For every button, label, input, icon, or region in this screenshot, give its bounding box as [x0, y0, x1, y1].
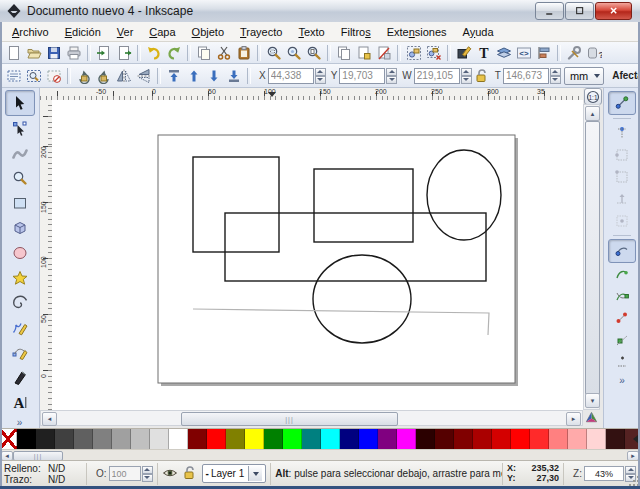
- close-button[interactable]: [595, 2, 632, 20]
- copy-button[interactable]: [194, 43, 214, 63]
- deselect-button[interactable]: [44, 66, 64, 86]
- palette-swatch[interactable]: [435, 429, 454, 449]
- palette-swatch[interactable]: [131, 429, 150, 449]
- palette-none-swatch[interactable]: [0, 429, 17, 449]
- cut-button[interactable]: [214, 43, 234, 63]
- duplicate-button[interactable]: [334, 43, 354, 63]
- snap-bbox-button[interactable]: [609, 122, 635, 144]
- node-editor-tool-button[interactable]: [6, 117, 34, 141]
- palette-swatch[interactable]: [226, 429, 245, 449]
- menu-ver[interactable]: Ver: [109, 24, 142, 40]
- x-field-spinner[interactable]: [315, 68, 326, 84]
- flip-horizontal-button[interactable]: [114, 66, 134, 86]
- snapbar-expander[interactable]: »: [619, 375, 625, 386]
- height-field-input[interactable]: [503, 68, 549, 84]
- menu-edicin[interactable]: Edición: [57, 24, 109, 40]
- minimize-button[interactable]: [535, 2, 564, 20]
- zoom-selection-button[interactable]: [264, 43, 284, 63]
- snap-path-button[interactable]: [609, 263, 635, 285]
- calligraphy-tool-tool-button[interactable]: [6, 365, 34, 389]
- palette-swatch[interactable]: [549, 429, 568, 449]
- xml-editor-button[interactable]: <>: [514, 43, 534, 63]
- pencil-tool-tool-button[interactable]: [6, 316, 34, 340]
- select-all-layers-button[interactable]: [24, 66, 44, 86]
- toolbox-expander[interactable]: »: [17, 417, 23, 428]
- x-field-input[interactable]: [268, 68, 314, 84]
- spiral-tool-tool-button[interactable]: [6, 291, 34, 315]
- menu-objeto[interactable]: Objeto: [184, 24, 232, 40]
- palette-swatch[interactable]: [74, 429, 93, 449]
- snap-smooth-nodes-button[interactable]: [609, 329, 635, 351]
- raise-button[interactable]: [184, 66, 204, 86]
- palette-swatch[interactable]: [93, 429, 112, 449]
- palette-swatch[interactable]: [188, 429, 207, 449]
- width-field-input[interactable]: [414, 68, 460, 84]
- palette-swatch[interactable]: [511, 429, 530, 449]
- menu-extensiones[interactable]: Extensiones: [379, 24, 455, 40]
- scroll-left-button[interactable]: ◂: [42, 412, 57, 426]
- palette-swatch[interactable]: [207, 429, 226, 449]
- palette-swatch[interactable]: [36, 429, 55, 449]
- palette-swatch[interactable]: [530, 429, 549, 449]
- palette-swatch[interactable]: [55, 429, 74, 449]
- align-dialog-button[interactable]: [534, 43, 554, 63]
- vertical-scrollbar[interactable]: ▴ ▾: [583, 104, 600, 410]
- menu-ayuda[interactable]: Ayuda: [455, 24, 502, 40]
- canvas[interactable]: [52, 100, 583, 410]
- horizontal-scrollbar-thumb[interactable]: |||: [181, 412, 398, 426]
- fill-stroke-indicator[interactable]: Relleno: N/D Trazo: N/D: [0, 463, 87, 485]
- menu-capa[interactable]: Capa: [141, 24, 183, 40]
- palette-swatch[interactable]: [454, 429, 473, 449]
- palette-swatch[interactable]: [568, 429, 587, 449]
- height-field-spinner[interactable]: [550, 68, 561, 84]
- rotate-cw-button[interactable]: [94, 66, 114, 86]
- raise-top-button[interactable]: [164, 66, 184, 86]
- palette-swatch[interactable]: [378, 429, 397, 449]
- print-button[interactable]: [64, 43, 84, 63]
- box3d-tool-tool-button[interactable]: [6, 216, 34, 240]
- select-all-button[interactable]: [4, 66, 24, 86]
- flip-vertical-button[interactable]: [134, 66, 154, 86]
- palette-swatch[interactable]: [112, 429, 131, 449]
- snap-bbox-centers-button[interactable]: [609, 210, 635, 232]
- layer-lock-icon[interactable]: [181, 465, 197, 483]
- palette-swatch[interactable]: [340, 429, 359, 449]
- preferences-button[interactable]: [564, 43, 584, 63]
- menu-archivo[interactable]: Archivo: [4, 24, 57, 40]
- zoom-page-button[interactable]: [304, 43, 324, 63]
- export-button[interactable]: [114, 43, 134, 63]
- new-button[interactable]: [4, 43, 24, 63]
- color-managed-view-icon[interactable]: [584, 411, 599, 425]
- maximize-button[interactable]: [565, 2, 594, 20]
- snap-path-intersections-button[interactable]: [609, 285, 635, 307]
- lock-ratio-icon[interactable]: [472, 66, 490, 86]
- unit-selector[interactable]: mm: [564, 67, 604, 85]
- rectangle-tool-tool-button[interactable]: [6, 191, 34, 215]
- palette-swatch[interactable]: [245, 429, 264, 449]
- y-field-spinner[interactable]: [386, 68, 397, 84]
- snap-bbox-edges-button[interactable]: [609, 144, 635, 166]
- tweak-tool-button[interactable]: [6, 142, 34, 166]
- lower-button[interactable]: [204, 66, 224, 86]
- clone-button[interactable]: [354, 43, 374, 63]
- zoom-drawing-button[interactable]: [284, 43, 304, 63]
- palette-swatch[interactable]: [416, 429, 435, 449]
- snap-bbox-corners-button[interactable]: [609, 166, 635, 188]
- input-devices-button[interactable]: ?: [584, 43, 604, 63]
- palette-swatch[interactable]: [359, 429, 378, 449]
- lower-bottom-button[interactable]: [224, 66, 244, 86]
- palette-swatch[interactable]: [302, 429, 321, 449]
- palette-swatch[interactable]: [321, 429, 340, 449]
- palette-swatch[interactable]: [492, 429, 511, 449]
- layer-visibility-eye-icon[interactable]: [162, 465, 178, 483]
- pen-tool-tool-button[interactable]: [6, 340, 34, 364]
- scroll-down-button[interactable]: ▾: [585, 393, 600, 408]
- palette-swatch[interactable]: [283, 429, 302, 449]
- palette-swatch[interactable]: [150, 429, 169, 449]
- scroll-right-button[interactable]: ▸: [566, 412, 581, 426]
- y-field-input[interactable]: [339, 68, 385, 84]
- undo-button[interactable]: [144, 43, 164, 63]
- import-button[interactable]: [94, 43, 114, 63]
- palette-swatch[interactable]: [606, 429, 625, 449]
- vertical-scrollbar-thumb[interactable]: [585, 121, 600, 395]
